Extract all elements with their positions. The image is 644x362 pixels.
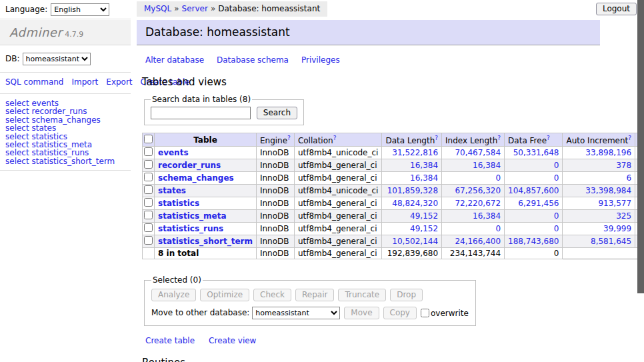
data-length-link[interactable]: 49,152 bbox=[410, 211, 438, 221]
help-superscript: ? bbox=[628, 134, 631, 141]
db-select[interactable]: homeassistant bbox=[23, 53, 91, 65]
table-name-link[interactable]: schema_changes bbox=[158, 173, 234, 183]
breadcrumb: MySQL»Server»Database: homeassistant bbox=[137, 1, 327, 17]
database-action-link[interactable]: Privileges bbox=[301, 55, 340, 65]
copy-button[interactable]: Copy bbox=[383, 307, 417, 319]
auto-increment-link[interactable]: 39,999 bbox=[603, 224, 631, 233]
data-free-link[interactable]: 6,291,456 bbox=[518, 199, 559, 208]
row-checkbox[interactable] bbox=[144, 236, 153, 245]
move-button[interactable]: Move bbox=[344, 307, 379, 319]
repair-button[interactable]: Repair bbox=[295, 289, 334, 301]
totals-row: 8 in totalInnoDButf8mb4_general_ci192,83… bbox=[143, 248, 644, 259]
select-link[interactable]: select bbox=[5, 157, 29, 166]
create-link[interactable]: Create table bbox=[145, 336, 195, 345]
collation-cell: utf8mb4_unicode_ci bbox=[294, 147, 382, 159]
table-name-link[interactable]: statistics_meta bbox=[158, 211, 227, 221]
table-name-link[interactable]: events bbox=[158, 148, 189, 157]
row-checkbox[interactable] bbox=[144, 173, 153, 181]
auto-increment-link[interactable]: 33,398,984 bbox=[585, 186, 631, 195]
help-link[interactable]: ? bbox=[497, 135, 501, 141]
sidebar-link[interactable]: SQL command bbox=[5, 77, 63, 87]
row-checkbox[interactable] bbox=[144, 160, 153, 169]
help-link[interactable]: ? bbox=[287, 135, 291, 141]
index-length-link[interactable]: 24,166,400 bbox=[455, 237, 501, 246]
sidebar-link[interactable]: Import bbox=[71, 77, 98, 87]
data-length-link[interactable]: 48,824,320 bbox=[392, 199, 438, 208]
auto-increment-link[interactable]: 33,898,196 bbox=[585, 148, 631, 157]
row-checkbox[interactable] bbox=[144, 185, 153, 194]
index-length-link[interactable]: 70,467,584 bbox=[455, 148, 501, 157]
index-length-link[interactable]: 0 bbox=[495, 173, 501, 183]
engine-cell: InnoDB bbox=[256, 147, 294, 159]
data-length-link[interactable]: 49,152 bbox=[410, 224, 438, 233]
auto-increment-link[interactable]: 6 bbox=[626, 173, 631, 183]
data-free-link[interactable]: 0 bbox=[554, 173, 559, 183]
select-all-checkbox[interactable] bbox=[144, 135, 153, 143]
help-link[interactable]: ? bbox=[547, 135, 550, 141]
app-name[interactable]: Adminer bbox=[9, 25, 62, 39]
table-name-link[interactable]: states bbox=[158, 186, 186, 195]
table-name-link[interactable]: statistics bbox=[158, 199, 199, 208]
table-name-cell: recorder_runs bbox=[155, 159, 257, 172]
index-length-link[interactable]: 0 bbox=[495, 224, 501, 233]
row-checkbox[interactable] bbox=[144, 198, 153, 207]
breadcrumb-link[interactable]: MySQL bbox=[144, 4, 171, 13]
table-name-link[interactable]: recorder_runs bbox=[158, 161, 221, 170]
data-free-link[interactable]: 0 bbox=[554, 211, 559, 221]
logout-button[interactable]: Logout bbox=[596, 3, 637, 15]
move-row: Move to other database:homeassistantMove… bbox=[151, 307, 469, 319]
database-action-link[interactable]: Alter database bbox=[145, 55, 204, 65]
table-name-link[interactable]: statistics_runs bbox=[158, 224, 223, 233]
auto-increment-link[interactable]: 378 bbox=[616, 161, 631, 170]
value-cell: 0 bbox=[442, 223, 505, 235]
drop-button[interactable]: Drop bbox=[390, 289, 423, 301]
help-link[interactable]: ? bbox=[333, 135, 337, 141]
index-length-link[interactable]: 16,384 bbox=[473, 161, 501, 170]
data-length-link[interactable]: 10,502,144 bbox=[392, 237, 438, 246]
data-length-link[interactable]: 101,859,328 bbox=[387, 186, 438, 195]
data-free-link[interactable]: 0 bbox=[554, 224, 559, 233]
breadcrumb-link[interactable]: Server bbox=[182, 4, 208, 13]
check-button[interactable]: Check bbox=[253, 289, 291, 301]
table-row: statisticsInnoDButf8mb4_general_ci48,824… bbox=[143, 197, 644, 210]
value-cell: 16,384 bbox=[442, 210, 505, 223]
auto-increment-link[interactable]: 913,577 bbox=[598, 199, 631, 208]
data-free-link[interactable]: 104,857,600 bbox=[508, 186, 559, 195]
data-length-link[interactable]: 16,384 bbox=[410, 161, 438, 170]
index-length-link[interactable]: 16,384 bbox=[473, 211, 501, 221]
value-cell: 72,220,672 bbox=[442, 197, 505, 210]
help-link[interactable]: ? bbox=[628, 135, 631, 141]
data-free-link[interactable]: 50,331,648 bbox=[513, 148, 559, 157]
search-button[interactable]: Search bbox=[257, 107, 297, 119]
auto-increment-link[interactable]: 8,581,645 bbox=[591, 237, 631, 246]
overwrite-checkbox[interactable] bbox=[421, 309, 429, 317]
table-name-link[interactable]: statistics_short_term bbox=[158, 237, 253, 246]
help-link[interactable]: ? bbox=[435, 135, 438, 141]
scrollbar-thumb[interactable] bbox=[637, 0, 644, 293]
row-checkbox[interactable] bbox=[144, 211, 153, 219]
value-cell: 31,522,816 bbox=[382, 147, 442, 159]
search-input[interactable] bbox=[151, 107, 251, 119]
database-action-link[interactable]: Database schema bbox=[217, 55, 289, 65]
data-length-link[interactable]: 16,384 bbox=[410, 173, 438, 183]
row-checkbox[interactable] bbox=[144, 223, 153, 232]
row-checkbox[interactable] bbox=[144, 147, 153, 156]
scrollbar-track[interactable] bbox=[637, 0, 644, 362]
data-free-link[interactable]: 0 bbox=[554, 161, 559, 170]
move-db-select[interactable]: homeassistant bbox=[252, 307, 340, 319]
value-cell: 325 bbox=[563, 210, 635, 223]
sidebar-link[interactable]: Export bbox=[106, 77, 132, 87]
truncate-button[interactable]: Truncate bbox=[338, 289, 386, 301]
data-length-link[interactable]: 31,522,816 bbox=[392, 148, 438, 157]
analyze-button[interactable]: Analyze bbox=[151, 289, 196, 301]
create-link[interactable]: Create view bbox=[209, 336, 256, 345]
auto-increment-link[interactable]: 325 bbox=[616, 211, 631, 221]
index-length-link[interactable]: 67,256,320 bbox=[455, 186, 501, 195]
optimize-button[interactable]: Optimize bbox=[200, 289, 249, 301]
data-free-link[interactable]: 188,743,680 bbox=[508, 237, 559, 246]
index-length-link[interactable]: 72,220,672 bbox=[455, 199, 501, 208]
language-select[interactable]: English bbox=[51, 3, 109, 16]
value-cell: 6,291,456 bbox=[505, 197, 563, 210]
table-link[interactable]: statistics_short_term bbox=[31, 157, 115, 166]
breadcrumb-separator: » bbox=[211, 4, 215, 13]
